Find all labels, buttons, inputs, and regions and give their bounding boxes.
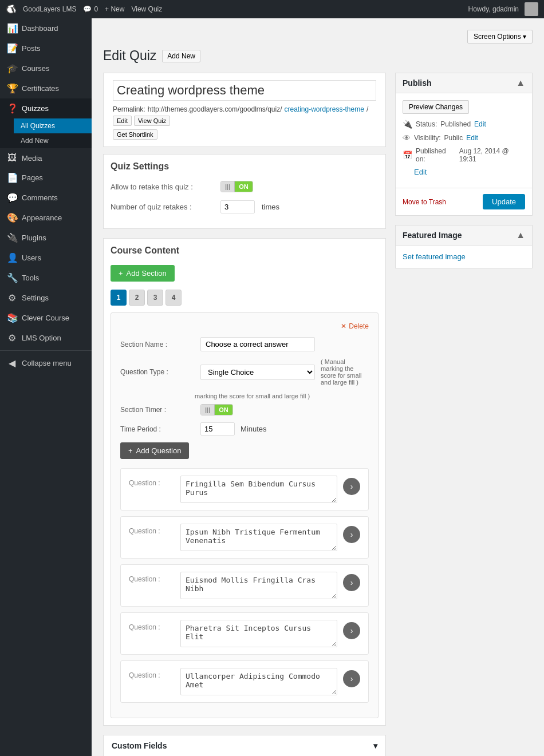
add-new-button[interactable]: Add New xyxy=(162,50,200,62)
sidebar-item-add-quiz[interactable]: Add New xyxy=(14,133,92,148)
question-type-select[interactable]: Single Choice Multiple Choice True/False… xyxy=(200,365,315,380)
section-tab-4[interactable]: 4 xyxy=(165,290,182,306)
sidebar-sub-label: All Quizzes xyxy=(21,122,55,130)
sidebar-item-label: Media xyxy=(22,154,42,163)
question-textarea-2[interactable]: Ipsum Nibh Tristique Fermentum Venenatis xyxy=(180,524,337,551)
site-name[interactable]: GoodLayers LMS xyxy=(23,5,76,13)
question-expand-5[interactable]: › xyxy=(343,670,360,687)
toggle-on-label: ON xyxy=(235,181,253,192)
sidebar-item-comments[interactable]: 💬 Comments xyxy=(0,188,92,208)
question-expand-4[interactable]: › xyxy=(343,622,360,639)
main-content: Screen Options ▾ Edit Quiz Add New Perma… xyxy=(92,18,544,756)
question-expand-2[interactable]: › xyxy=(343,526,360,543)
question-type-label: Question Type : xyxy=(120,368,195,376)
content-columns: Permalink: http://themes.goodlayers.com/… xyxy=(103,73,533,756)
preview-changes-button[interactable]: Preview Changes xyxy=(403,100,469,114)
sidebar-item-posts[interactable]: 📝 Posts xyxy=(0,38,92,58)
view-quiz-link[interactable]: View Quiz xyxy=(131,5,162,13)
media-icon: 🖼 xyxy=(7,153,17,163)
comments-link[interactable]: 💬 0 xyxy=(83,5,98,13)
users-icon: 👤 xyxy=(7,252,17,263)
sidebar-item-media[interactable]: 🖼 Media xyxy=(0,148,92,168)
post-title-input[interactable] xyxy=(113,80,376,101)
sidebar-item-users[interactable]: 👤 Users xyxy=(0,248,92,268)
section-tabs: 1 2 3 4 xyxy=(111,290,379,306)
sidebar-item-clever-course[interactable]: 📚 Clever Course xyxy=(0,308,92,328)
get-shortlink-button[interactable]: Get Shortlink xyxy=(113,129,157,140)
sidebar-item-label: Users xyxy=(22,254,41,262)
post-title-box: Permalink: http://themes.goodlayers.com/… xyxy=(103,73,386,147)
time-period-input[interactable] xyxy=(200,422,235,436)
section-tab-3[interactable]: 3 xyxy=(147,290,163,306)
sidebar-item-plugins[interactable]: 🔌 Plugins xyxy=(0,228,92,248)
new-link[interactable]: + New xyxy=(105,5,124,13)
question-expand-1[interactable]: › xyxy=(343,478,360,495)
publish-collapse-icon[interactable]: ▲ xyxy=(516,78,525,88)
courses-icon: 🎓 xyxy=(7,63,17,74)
sidebar-item-courses[interactable]: 🎓 Courses xyxy=(0,58,92,78)
section-name-input[interactable] xyxy=(200,337,315,351)
permalink-label: Permalink: xyxy=(113,105,145,113)
featured-image-title: Featured Image xyxy=(403,231,462,240)
question-textarea-1[interactable]: Fringilla Sem Bibendum Cursus Purus xyxy=(180,476,337,503)
sidebar-item-collapse[interactable]: ◀ Collapse menu xyxy=(0,353,92,373)
timer-toggle-on: ON xyxy=(215,405,232,415)
wp-logo[interactable] xyxy=(6,4,16,14)
user-avatar xyxy=(525,2,538,16)
delete-section-button[interactable]: ✕ Delete xyxy=(341,322,369,330)
sidebar-item-dashboard[interactable]: 📊 Dashboard xyxy=(0,18,92,38)
sidebar-item-label: Clever Course xyxy=(22,314,69,322)
add-section-button[interactable]: + Add Section xyxy=(111,265,175,282)
move-to-trash-button[interactable]: Move to Trash xyxy=(403,198,446,206)
add-question-button[interactable]: + Add Question xyxy=(120,442,189,459)
custom-fields-header[interactable]: Custom Fields ▾ xyxy=(104,735,385,756)
question-row-5: Question : Ullamcorper Adipiscing Commod… xyxy=(120,660,369,703)
sidebar-item-label: Dashboard xyxy=(22,24,58,33)
screen-options-bar: Screen Options ▾ xyxy=(103,30,533,43)
permalink-slug[interactable]: creating-wordpress-theme xyxy=(284,105,364,113)
question-textarea-4[interactable]: Pharetra Sit Inceptos Cursus Elit xyxy=(180,620,337,647)
sidebar-item-settings[interactable]: ⚙ Settings xyxy=(0,288,92,308)
sidebar-item-certificates[interactable]: 🏆 Certificates xyxy=(0,78,92,98)
sidebar-item-lms-option[interactable]: ⚙ LMS Option xyxy=(0,328,92,348)
page-header: Edit Quiz Add New xyxy=(103,48,533,64)
featured-image-header: Featured Image ▲ xyxy=(396,225,532,246)
retake-toggle[interactable]: ||| ON xyxy=(220,181,253,192)
section-tab-2[interactable]: 2 xyxy=(129,290,145,306)
featured-image-box: Featured Image ▲ Set featured image xyxy=(395,225,533,268)
section-tab-1[interactable]: 1 xyxy=(111,290,127,306)
section-name-label: Section Name : xyxy=(120,341,195,349)
sidebar-item-appearance[interactable]: 🎨 Appearance xyxy=(0,208,92,228)
sidebar: 📊 Dashboard 📝 Posts 🎓 Courses 🏆 Certific… xyxy=(0,18,92,756)
question-textarea-5[interactable]: Ullamcorper Adipiscing Commodo Amet xyxy=(180,668,337,695)
update-button[interactable]: Update xyxy=(483,194,525,209)
sidebar-item-label: Certificates xyxy=(22,84,59,93)
quiz-settings-title: Quiz Settings xyxy=(111,161,379,172)
permalink-edit-button[interactable]: Edit xyxy=(113,116,132,126)
custom-fields-box: Custom Fields ▾ xyxy=(103,735,386,756)
retakes-count-input[interactable] xyxy=(220,200,255,213)
plus-icon: + xyxy=(119,269,123,278)
visibility-edit-link[interactable]: Edit xyxy=(466,134,478,142)
sidebar-item-tools[interactable]: 🔧 Tools xyxy=(0,268,92,288)
publish-title: Publish xyxy=(403,78,432,88)
publish-date-row: 📅 Published on: Aug 12, 2014 @ 19:31 xyxy=(403,147,525,163)
section-timer-toggle[interactable]: ||| ON xyxy=(200,404,233,415)
featured-image-collapse-icon[interactable]: ▲ xyxy=(516,230,525,240)
screen-options-button[interactable]: Screen Options ▾ xyxy=(467,30,533,43)
set-featured-image-link[interactable]: Set featured image xyxy=(403,252,466,261)
publish-date-edit-link[interactable]: Edit xyxy=(414,168,427,176)
sidebar-item-quizzes[interactable]: ❓ Quizzes xyxy=(0,98,92,118)
question-expand-3[interactable]: › xyxy=(343,574,360,591)
sidebar-item-label: Collapse menu xyxy=(22,359,72,367)
status-row: 🔌 Status: Published Edit xyxy=(403,120,525,129)
quizzes-icon: ❓ xyxy=(7,103,17,114)
sidebar-item-pages[interactable]: 📄 Pages xyxy=(0,168,92,188)
status-edit-link[interactable]: Edit xyxy=(474,120,486,128)
sidebar-item-label: Pages xyxy=(22,173,43,182)
posts-icon: 📝 xyxy=(7,43,17,54)
view-quiz-button[interactable]: View Quiz xyxy=(134,116,170,126)
question-textarea-3[interactable]: Euismod Mollis Fringilla Cras Nibh xyxy=(180,572,337,599)
sidebar-item-all-quizzes[interactable]: All Quizzes xyxy=(14,118,92,133)
visibility-value: Public xyxy=(444,134,463,142)
